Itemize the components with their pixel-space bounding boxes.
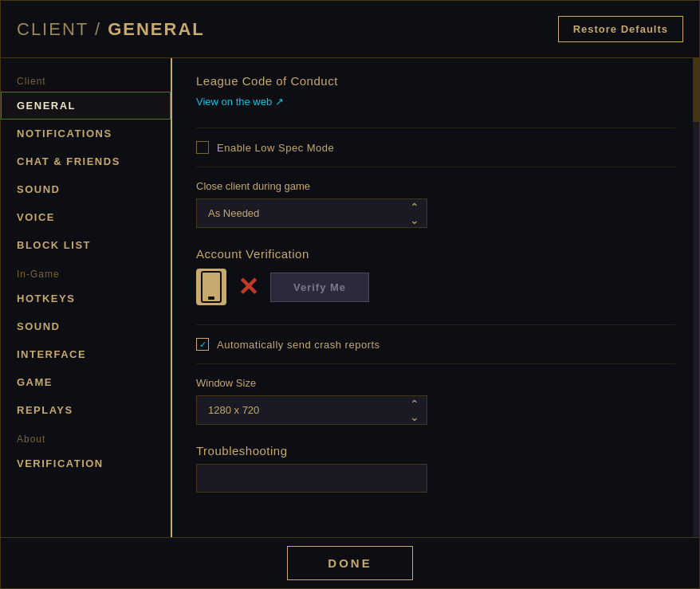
divider-3 [196, 324, 675, 325]
sidebar-item-replays[interactable]: REPLAYS [1, 396, 171, 424]
window-size-select[interactable]: 1280 x 720 1920 x 1080 2560 x 1440 [196, 395, 427, 425]
close-client-dropdown-wrapper: As Needed Always Never ⌃⌄ [196, 198, 427, 228]
x-mark-icon: ✕ [238, 274, 259, 300]
low-spec-checkbox[interactable] [196, 141, 209, 154]
verify-me-button[interactable]: Verify Me [270, 273, 369, 302]
troubleshooting-input [196, 464, 427, 493]
phone-icon [196, 269, 226, 305]
troubleshooting-section: Troubleshooting [196, 444, 675, 493]
sidebar-item-sound-client[interactable]: SOUND [1, 175, 171, 203]
window-size-label: Window Size [196, 377, 675, 389]
title-prefix: CLIENT / [17, 19, 108, 39]
scroll-track[interactable] [693, 58, 699, 537]
close-client-section: Close client during game As Needed Alway… [196, 180, 675, 228]
sidebar-item-general[interactable]: GENERAL [1, 92, 171, 120]
main-layout: Client GENERAL NOTIFICATIONS CHAT & FRIE… [1, 58, 699, 537]
done-button[interactable]: DONE [287, 546, 412, 580]
divider-1 [196, 128, 675, 128]
sidebar-item-verification[interactable]: VERIFICATION [1, 450, 171, 477]
sidebar-item-block-list[interactable]: BLOCK LIST [1, 231, 171, 259]
title-main: GENERAL [108, 19, 205, 39]
page-title: CLIENT / GENERAL [17, 19, 205, 40]
client-section-label: Client [1, 66, 171, 92]
scroll-thumb[interactable] [693, 58, 699, 122]
close-client-label: Close client during game [196, 180, 675, 192]
sidebar-item-hotkeys[interactable]: HOTKEYS [1, 285, 171, 312]
sidebar-item-sound-ingame[interactable]: SOUND [1, 312, 171, 340]
window-size-dropdown-wrapper: 1280 x 720 1920 x 1080 2560 x 1440 ⌃⌄ [196, 395, 427, 425]
sidebar-item-voice[interactable]: VOICE [1, 203, 171, 231]
crash-reports-checkbox[interactable] [196, 338, 209, 351]
account-verification-section: Account Verification ✕ Verify Me [196, 247, 675, 305]
sidebar-item-game[interactable]: GAME [1, 368, 171, 396]
header: CLIENT / GENERAL Restore Defaults [1, 1, 699, 58]
app-container: CLIENT / GENERAL Restore Defaults Client… [0, 0, 700, 589]
sidebar: Client GENERAL NOTIFICATIONS CHAT & FRIE… [1, 58, 172, 537]
content-area: League Code of Conduct View on the web ↗… [172, 58, 699, 537]
restore-defaults-button[interactable]: Restore Defaults [558, 16, 683, 42]
crash-reports-label: Automatically send crash reports [217, 339, 380, 351]
code-of-conduct-section: League Code of Conduct View on the web ↗ [196, 74, 675, 108]
footer-bar: DONE [1, 537, 699, 588]
low-spec-row: Enable Low Spec Mode [196, 141, 675, 154]
view-on-web-link[interactable]: View on the web ↗ [196, 96, 284, 108]
sidebar-item-interface[interactable]: INTERFACE [1, 340, 171, 368]
code-of-conduct-title: League Code of Conduct [196, 74, 675, 88]
content-wrapper: League Code of Conduct View on the web ↗… [172, 58, 699, 537]
sidebar-item-chat-friends[interactable]: CHAT & FRIENDS [1, 147, 171, 175]
low-spec-label: Enable Low Spec Mode [217, 142, 334, 154]
close-client-select[interactable]: As Needed Always Never [196, 198, 427, 228]
account-verification-row: ✕ Verify Me [196, 269, 675, 305]
window-size-section: Window Size 1280 x 720 1920 x 1080 2560 … [196, 377, 675, 425]
divider-2 [196, 167, 675, 167]
account-verification-title: Account Verification [196, 247, 675, 261]
sidebar-item-notifications[interactable]: NOTIFICATIONS [1, 120, 171, 147]
ingame-section-label: In-Game [1, 259, 171, 285]
crash-reports-row: Automatically send crash reports [196, 338, 675, 351]
about-section-label: About [1, 424, 171, 450]
troubleshooting-title: Troubleshooting [196, 444, 675, 457]
divider-4 [196, 363, 675, 364]
